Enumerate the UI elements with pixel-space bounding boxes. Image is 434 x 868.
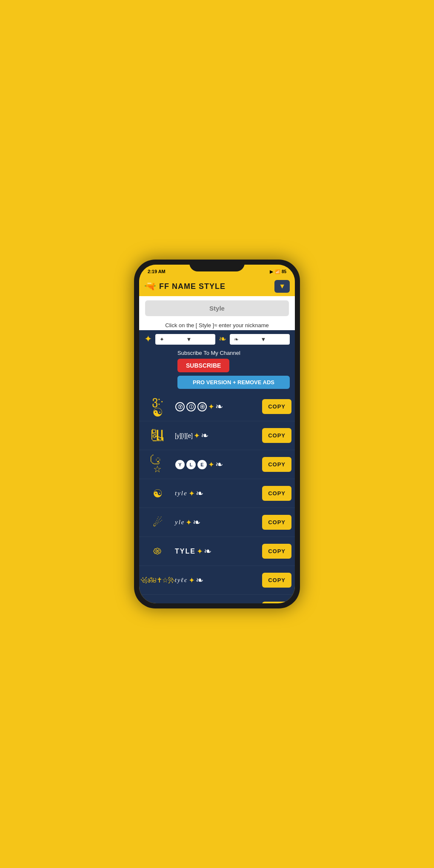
signal-icon: ▶ [270,269,273,274]
style-symbol-5: ☄ [143,517,172,528]
style-symbol-7: ꧁ॐ੪✝☆꧂ [143,577,172,584]
style-symbol-2: ꧄ [143,430,172,442]
flourish-2: ❧ [201,430,208,441]
table-row: ꦿ☆ Y L E ✦ ❧ COPY [139,450,295,479]
flourish-3: ❧ [215,459,223,470]
symbol-img-2: ꧄ [151,430,163,442]
dropdown-right[interactable]: ❧ ▼ [230,334,290,345]
search-input[interactable] [145,300,289,316]
wifi-icon: 📶 [275,269,280,274]
dropdown-left[interactable]: ✦ ▼ [155,334,215,345]
style-text-2: [y][I][e] ✦ ❧ [172,430,262,441]
status-icons: ▶ 📶 85 [270,269,286,274]
style-text-4: tyle ✦ ❧ [172,488,262,499]
dropdown-right-value: ❧ [234,336,259,343]
symbol-right: ❧ [219,334,226,345]
table-row: ☄ yle ✦ ❧ COPY [139,508,295,537]
battery-icon: 85 [282,269,286,274]
copy-button-4[interactable]: COPY [262,486,291,501]
char-e: ⓔ [197,402,207,411]
symbol-img-7: ꧁ॐ੪✝☆꧂ [140,577,175,584]
table-row: ვ჻☯ ⓨ ⓘ ⓔ ✦ ❧ COPY [139,392,295,421]
yle-text-5: yle [175,519,185,526]
table-row: ꧄ [y][I][e] ✦ ❧ COPY [139,421,295,450]
flourish-1: ❧ [215,401,223,412]
status-time: 2:19 AM [148,269,166,274]
TYLE-text-6: TYLE [175,548,196,555]
tyle-text-4: tyle [175,490,188,497]
symbol-left: ✦ [144,334,152,345]
copy-button-5[interactable]: COPY [262,515,291,530]
copy-button-7[interactable]: COPY [262,573,291,588]
copy-button-2[interactable]: COPY [262,428,291,443]
special-char-7: ✦ [188,576,195,585]
app-title: FF NAME STYLE [159,282,226,291]
char-L: L [186,460,196,469]
flourish-7: ❧ [196,575,203,586]
search-section [139,296,295,319]
menu-button[interactable]: ▼ [274,280,290,293]
char-i: ⓘ [186,402,196,411]
special-char-2: ✦ [194,431,200,440]
copy-button-3[interactable]: COPY [262,457,291,472]
flourish-6: ❧ [204,546,211,557]
char-Y: Y [175,460,185,469]
copy-button-6[interactable]: COPY [262,544,291,559]
special-char-5: ✦ [186,518,192,527]
special-char-1: ✦ [208,402,214,411]
dropdown-left-value: ✦ [160,336,185,343]
flourish-4: ❧ [196,488,203,499]
style-symbol-1: ვ჻☯ [143,395,172,419]
style-text-7: tyℓє ✦ ❧ [172,575,262,586]
notch [189,260,245,271]
style-symbol-6: 𑁍 [143,547,172,556]
subscribe-text: Subscribe To My Channel [177,350,290,356]
style-text-3: Y L E ✦ ❧ [172,459,262,470]
style-text-5: yle ✦ ❧ [172,517,262,528]
char-E: E [197,460,207,469]
table-row: ☯ tyle ✦ ❧ COPY [139,479,295,508]
dropdown-row: ✦ ✦ ▼ ❧ ❧ ▼ [139,330,295,348]
copy-button-1[interactable]: COPY [262,399,291,414]
dropdown-right-arrow: ▼ [261,336,286,343]
style-text-1: ⓨ ⓘ ⓔ ✦ ❧ [172,401,262,412]
phone-screen: 2:19 AM ▶ 📶 85 🔫 FF NAME STYLE ▼ Click o… [139,265,295,603]
phone-frame: 2:19 AM ▶ 📶 85 🔫 FF NAME STYLE ▼ Click o… [134,260,300,608]
tyle-text-7: tyℓє [175,577,188,584]
style-symbol-4: ☯ [143,488,172,499]
app-header: 🔫 FF NAME STYLE ▼ [139,277,295,296]
pro-button[interactable]: PRO VERSION + REMOVE ADS [177,376,290,389]
table-row: 𑁍 TYLE ✦ ❧ COPY [139,537,295,566]
instruction-text: Click on the [ Style ]≈ enter your nickn… [139,319,295,330]
style-text-6: TYLE ✦ ❧ [172,546,262,557]
main-content: ✦ ✦ ▼ ❧ ❧ ▼ Subscribe To My Channel SUBS… [139,330,295,603]
subscribe-button[interactable]: SUBSCRIBE [177,359,229,372]
symbol-img-4: ☯ [153,488,163,499]
flourish-5: ❧ [193,517,200,528]
special-char-3: ✦ [208,460,214,469]
gun-icon: 🔫 [144,281,156,292]
symbol-img-5: ☄ [153,517,163,528]
symbol-img-6: 𑁍 [153,547,162,556]
symbol-img-3: ꦿ☆ [153,455,162,474]
copy-button-8[interactable]: COPY [262,602,291,603]
header-left: 🔫 FF NAME STYLE [144,281,226,292]
special-char-6: ✦ [197,547,203,556]
special-char-4: ✦ [188,489,195,498]
style-symbol-3: ꦿ☆ [143,455,172,474]
table-row: ━┯━ Y L E ✦ ❧ COPY [139,595,295,603]
char-y: ⓨ [175,402,185,411]
symbol-img-1: ვ჻☯ [152,395,163,419]
subscribe-section: Subscribe To My Channel SUBSCRIBE PRO VE… [139,348,295,392]
bracket-y: [y][I][e] [175,432,193,439]
style-list: ვ჻☯ ⓨ ⓘ ⓔ ✦ ❧ COPY ꧄ [139,392,295,603]
dropdown-left-arrow: ▼ [186,336,211,343]
table-row: ꧁ॐ੪✝☆꧂ tyℓє ✦ ❧ COPY [139,566,295,595]
